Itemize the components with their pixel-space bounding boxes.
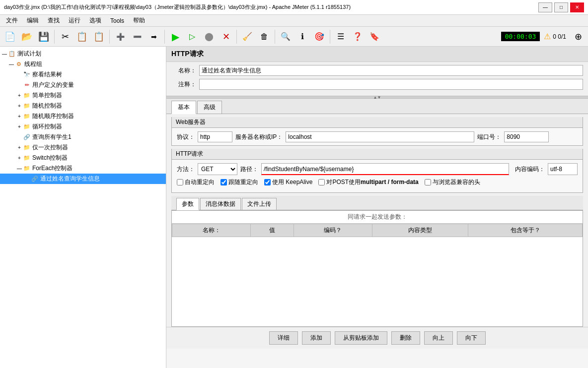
separator-2 <box>109 30 110 44</box>
name-input[interactable] <box>199 65 583 76</box>
checkbox-row: 自动重定向 跟随重定向 使用 KeepAlive 对POST使用mul <box>177 178 578 186</box>
keepalive-checkbox[interactable] <box>264 179 271 185</box>
auto-redirect-checkbox[interactable] <box>177 179 183 185</box>
auto-redirect-label: 自动重定向 <box>185 178 215 186</box>
tree-item-once-controller[interactable]: + 📁 仅一次控制器 <box>0 142 166 153</box>
toggle-foreach-controller[interactable]: — <box>16 166 23 171</box>
icon-thread-group: ⚙ <box>15 61 23 68</box>
expand-button[interactable]: ➕ <box>112 29 128 45</box>
menu-item-选项[interactable]: 选项 <box>85 15 105 26</box>
separator-6 <box>330 30 330 44</box>
open-button[interactable]: 📂 <box>19 29 35 45</box>
tree-item-query-by-name[interactable]: 🔗 通过姓名查询学生信息 <box>0 174 166 184</box>
minimize-button[interactable]: — <box>538 2 552 12</box>
checkbox-multipart[interactable]: 对POST使用multipart / form-data <box>318 178 418 186</box>
stop-button[interactable]: ✕ <box>218 29 234 45</box>
menu-item-Tools[interactable]: Tools <box>106 16 128 25</box>
pause-button[interactable]: ⬤ <box>201 29 217 45</box>
label-result-tree: 察看结果树 <box>32 70 62 79</box>
sub-tab-files[interactable]: 文件上传 <box>242 198 277 210</box>
separator-5 <box>275 30 275 44</box>
path-input[interactable] <box>261 163 509 175</box>
tree-item-thread-group[interactable]: — ⚙ 线程组 <box>0 59 166 69</box>
toggle-button[interactable]: ➡ <box>146 29 162 45</box>
toggle-simple-controller[interactable]: + <box>16 93 23 98</box>
toggle-switch-controller[interactable]: + <box>16 155 23 161</box>
delete-button[interactable]: 删除 <box>391 331 420 345</box>
tab-advanced[interactable]: 高级 <box>197 101 222 114</box>
collapse-button[interactable]: ➖ <box>129 29 145 45</box>
new-button[interactable]: 📄 <box>2 29 18 45</box>
toggle-user-vars[interactable] <box>16 82 23 88</box>
toggle-result-tree[interactable] <box>16 72 23 77</box>
toolbar: 📄 📂 💾 ✂ 📋 📋 ➕ ➖ ➡ ▶ ▷ ⬤ ✕ 🧹 🗑 🔍 ℹ 🎯 ☰ ❓ … <box>0 27 588 47</box>
tree-item-test-plan[interactable]: — 📋 测试计划 <box>0 49 166 59</box>
sub-tab-body[interactable]: 消息体数据 <box>200 198 241 210</box>
send-together-label: 同请求一起发送参数： <box>172 211 583 224</box>
save-button[interactable]: 💾 <box>36 29 52 45</box>
detail-button[interactable]: 详细 <box>269 331 298 345</box>
start-button[interactable]: ▶ <box>167 29 183 45</box>
copy-button[interactable]: 📋 <box>74 29 90 45</box>
follow-redirect-checkbox[interactable] <box>220 179 227 185</box>
remote-button[interactable]: 🎯 <box>311 29 327 45</box>
paste-button[interactable]: 📋 <box>91 29 107 45</box>
checkbox-follow-redirect[interactable]: 跟随重定向 <box>220 178 258 186</box>
sub-tab-params[interactable]: 参数 <box>176 198 199 210</box>
browser-compat-checkbox[interactable] <box>425 179 431 185</box>
label-foreach-controller: ForEach控制器 <box>32 164 73 173</box>
toggle-query-students[interactable] <box>16 134 23 140</box>
maximize-button[interactable]: □ <box>554 2 568 12</box>
protocol-input[interactable] <box>198 131 232 142</box>
tree-item-random-controller[interactable]: + 📁 随机控制器 <box>0 101 166 111</box>
list-button[interactable]: ☰ <box>333 29 349 45</box>
tree-item-simple-controller[interactable]: + 📁 简单控制器 <box>0 90 166 101</box>
close-button[interactable]: ✕ <box>570 2 584 12</box>
clear-button[interactable]: 🧹 <box>239 29 255 45</box>
bookmark-button[interactable]: 🔖 <box>367 29 382 45</box>
tree-item-foreach-controller[interactable]: — 📁 ForEach控制器 <box>0 163 166 174</box>
toggle-test-plan[interactable]: — <box>1 51 8 57</box>
method-select[interactable]: GET POST PUT DELETE <box>198 163 237 175</box>
tree-item-random-order-controller[interactable]: + 📁 随机顺序控制器 <box>0 111 166 122</box>
tree-item-query-students[interactable]: 🔗 查询所有学生1 <box>0 132 166 142</box>
server-input[interactable] <box>286 131 474 142</box>
settings-button[interactable]: ⊕ <box>570 29 586 45</box>
info-button[interactable]: ℹ <box>294 29 310 45</box>
checkbox-keepalive[interactable]: 使用 KeepAlive <box>264 178 312 186</box>
toggle-loop-controller[interactable]: + <box>16 124 23 129</box>
menu-item-编辑[interactable]: 编辑 <box>23 15 43 26</box>
toggle-once-controller[interactable]: + <box>16 145 23 150</box>
help-button[interactable]: ❓ <box>350 29 366 45</box>
menu-item-帮助[interactable]: 帮助 <box>129 15 149 26</box>
toggle-random-order-controller[interactable]: + <box>16 114 23 119</box>
down-button[interactable]: 向下 <box>457 331 486 345</box>
menu-item-运行[interactable]: 运行 <box>65 15 84 26</box>
checkbox-auto-redirect[interactable]: 自动重定向 <box>177 178 215 186</box>
comment-input[interactable] <box>199 79 583 90</box>
menu-item-查找[interactable]: 查找 <box>44 15 64 26</box>
search-button[interactable]: 🔍 <box>278 29 294 45</box>
bottom-buttons: 详细 添加 从剪贴板添加 删除 向上 向下 <box>166 327 588 349</box>
cut-button[interactable]: ✂ <box>57 29 73 45</box>
comment-row: 注释： <box>171 79 583 90</box>
checkbox-browser-compat[interactable]: 与浏览器兼容的头 <box>425 178 480 186</box>
tab-basic[interactable]: 基本 <box>171 101 196 114</box>
encoding-label: 内容编码： <box>515 165 545 174</box>
up-button[interactable]: 向上 <box>424 331 453 345</box>
tree-item-switch-controller[interactable]: + 📁 Switch控制器 <box>0 153 166 163</box>
port-input[interactable] <box>504 131 549 142</box>
multipart-checkbox[interactable] <box>318 179 325 185</box>
toggle-thread-group[interactable]: — <box>8 61 15 67</box>
toggle-random-controller[interactable]: + <box>16 103 23 109</box>
add-from-clipboard-button[interactable]: 从剪贴板添加 <box>335 331 387 345</box>
tree-item-user-vars[interactable]: ✏ 用户定义的变量 <box>0 80 166 90</box>
encoding-input[interactable] <box>548 163 578 175</box>
start-no-pause-button[interactable]: ▷ <box>184 29 200 45</box>
menu-item-文件[interactable]: 文件 <box>2 15 22 26</box>
clear-all-button[interactable]: 🗑 <box>256 29 272 45</box>
tree-item-loop-controller[interactable]: + 📁 循环控制器 <box>0 122 166 132</box>
toggle-query-by-name[interactable] <box>24 176 31 182</box>
tree-item-result-tree[interactable]: 🔭 察看结果树 <box>0 69 166 80</box>
add-button[interactable]: 添加 <box>302 331 331 345</box>
